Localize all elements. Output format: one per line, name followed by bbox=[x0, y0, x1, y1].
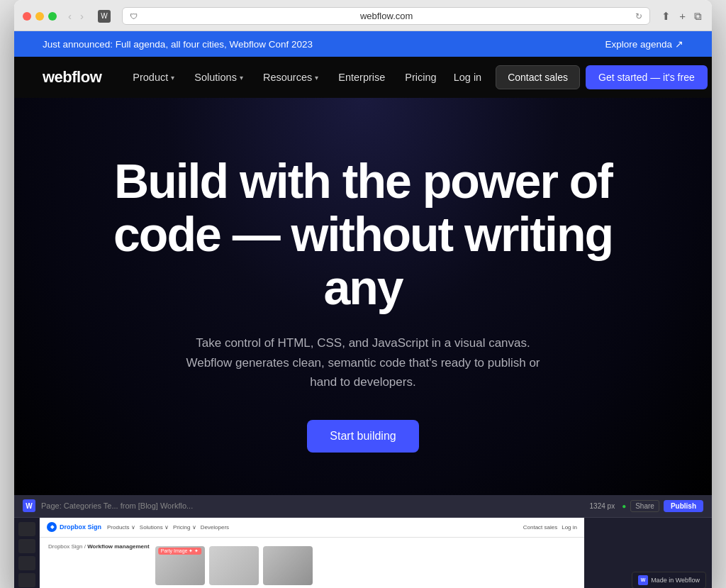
nav-item-solutions[interactable]: Solutions ▾ bbox=[186, 66, 252, 89]
arrow-icon: ↗ bbox=[675, 38, 683, 50]
back-button[interactable]: ‹ bbox=[65, 9, 74, 23]
chevron-down-icon: ▾ bbox=[240, 74, 243, 82]
nested-breadcrumb: Dropbox Sign / Workflow management bbox=[48, 543, 150, 550]
new-tab-icon[interactable]: + bbox=[678, 9, 687, 24]
traffic-lights bbox=[23, 12, 57, 21]
nav-item-pricing[interactable]: Pricing bbox=[396, 66, 445, 89]
explore-agenda-link[interactable]: Explore agenda ↗ bbox=[605, 38, 683, 50]
tool-icon-3[interactable] bbox=[18, 556, 35, 570]
browser-chrome: ‹ › W 🛡 webflow.com ↻ ⬆ + ⧉ bbox=[14, 0, 712, 31]
nav-item-product[interactable]: Product ▾ bbox=[124, 66, 183, 89]
editor-body: ◆ Dropbox Sign Products ∨ Solutions ∨ Pr… bbox=[14, 518, 712, 588]
nav-right: Log in Contact sales Get started — it's … bbox=[445, 65, 708, 89]
nested-nav-products: Products ∨ bbox=[107, 524, 135, 531]
browser-actions: ⬆ + ⧉ bbox=[660, 9, 703, 24]
status-dot: ● bbox=[622, 502, 626, 510]
webflow-w-icon: W bbox=[23, 499, 35, 512]
tool-icon-4[interactable] bbox=[18, 573, 35, 587]
explore-agenda-label: Explore agenda bbox=[605, 39, 672, 50]
publish-button[interactable]: Publish bbox=[664, 500, 703, 512]
nav-items: Product ▾ Solutions ▾ Resources ▾ Enterp… bbox=[124, 66, 445, 89]
nav-item-product-label: Product bbox=[133, 72, 168, 83]
start-building-button[interactable]: Start building bbox=[307, 420, 418, 453]
canvas-image-1: Party Image ✦ ✦ bbox=[155, 546, 205, 585]
made-in-webflow-badge: W Made in Webflow bbox=[632, 572, 706, 588]
nav-logo[interactable]: webflow bbox=[43, 68, 101, 87]
hero-title: Build with the power of code — without w… bbox=[86, 155, 640, 314]
nested-nav: ◆ Dropbox Sign Products ∨ Solutions ∨ Pr… bbox=[40, 518, 584, 538]
tab-icon: W bbox=[98, 10, 111, 23]
webflow-editor: W Page: Categories Te... from [Blog] Wor… bbox=[14, 495, 712, 588]
nav-item-solutions-label: Solutions bbox=[194, 72, 237, 83]
nested-nav-right: Contact sales Log in bbox=[523, 524, 577, 531]
breadcrumb-text: Dropbox Sign / bbox=[48, 543, 86, 550]
refresh-icon[interactable]: ↻ bbox=[635, 11, 642, 21]
nav-item-enterprise-label: Enterprise bbox=[338, 72, 385, 83]
editor-page-info: Page: Categories Te... from [Blog] Workf… bbox=[41, 501, 584, 510]
nested-content: Dropbox Sign / Workflow management Party… bbox=[40, 538, 584, 588]
hero-section: Build with the power of code — without w… bbox=[14, 98, 712, 495]
login-link[interactable]: Log in bbox=[445, 66, 491, 89]
tab-bar: W bbox=[98, 10, 111, 23]
nested-contact-sales: Contact sales bbox=[523, 524, 557, 531]
nav-item-pricing-label: Pricing bbox=[405, 72, 436, 83]
editor-toolbar-right: 1324 px ● Share Publish bbox=[590, 500, 703, 512]
site-content: Just announced: Full agenda, all four ci… bbox=[14, 31, 712, 588]
nested-login: Log in bbox=[562, 524, 577, 531]
address-bar[interactable]: 🛡 webflow.com ↻ bbox=[122, 7, 650, 25]
canvas-image-2 bbox=[209, 546, 259, 585]
tabs-icon[interactable]: ⧉ bbox=[693, 9, 703, 24]
security-icon: 🛡 bbox=[130, 12, 138, 21]
tool-icon-2[interactable] bbox=[18, 539, 35, 553]
nav-item-resources-label: Resources bbox=[263, 72, 312, 83]
made-in-webflow-text: Made in Webflow bbox=[651, 577, 700, 584]
minimize-button[interactable] bbox=[35, 12, 44, 21]
url-display: webflow.com bbox=[142, 11, 631, 21]
announcement-bar: Just announced: Full agenda, all four ci… bbox=[14, 31, 712, 57]
browser-window: ‹ › W 🛡 webflow.com ↻ ⬆ + ⧉ Just announc… bbox=[14, 0, 712, 588]
main-nav: webflow Product ▾ Solutions ▾ Resources … bbox=[14, 57, 712, 98]
nested-nav-solutions: Solutions ∨ bbox=[140, 524, 169, 531]
nav-item-resources[interactable]: Resources ▾ bbox=[255, 66, 327, 89]
get-started-button[interactable]: Get started — it's free bbox=[586, 65, 708, 89]
nav-item-enterprise[interactable]: Enterprise bbox=[330, 66, 393, 89]
canvas-images: Party Image ✦ ✦ bbox=[155, 546, 313, 588]
forward-button[interactable]: › bbox=[77, 9, 86, 23]
editor-left-sidebar bbox=[14, 518, 40, 588]
resolution-display: 1324 px bbox=[590, 502, 615, 510]
nested-nav-pricing: Pricing ∨ bbox=[173, 524, 196, 531]
breadcrumb-bold: Workflow management bbox=[87, 543, 149, 550]
canvas-image-3 bbox=[263, 546, 313, 585]
nested-nav-items: Products ∨ Solutions ∨ Pricing ∨ Develop… bbox=[107, 524, 518, 531]
announcement-text: Just announced: Full agenda, all four ci… bbox=[43, 39, 313, 50]
share-icon[interactable]: ⬆ bbox=[660, 9, 672, 24]
dropbox-sign-icon: ◆ bbox=[47, 522, 57, 532]
tool-icon-1[interactable] bbox=[18, 522, 35, 536]
nested-nav-developers: Developers bbox=[201, 524, 229, 531]
chevron-down-icon: ▾ bbox=[315, 74, 318, 82]
share-toolbar-button[interactable]: Share bbox=[630, 500, 659, 512]
nested-logo-text: Dropbox Sign bbox=[60, 523, 101, 531]
nested-site-preview: ◆ Dropbox Sign Products ∨ Solutions ∨ Pr… bbox=[40, 518, 584, 588]
webflow-badge-icon: W bbox=[638, 575, 648, 585]
editor-toolbar: W Page: Categories Te... from [Blog] Wor… bbox=[14, 495, 712, 518]
close-button[interactable] bbox=[23, 12, 31, 21]
maximize-button[interactable] bbox=[48, 12, 57, 21]
browser-nav-buttons: ‹ › bbox=[65, 9, 86, 23]
party-image-badge: Party Image ✦ ✦ bbox=[158, 548, 202, 555]
contact-sales-button[interactable]: Contact sales bbox=[496, 65, 580, 89]
chevron-down-icon: ▾ bbox=[171, 74, 174, 82]
nested-logo: ◆ Dropbox Sign bbox=[47, 522, 101, 532]
editor-preview-strip: W Page: Categories Te... from [Blog] Wor… bbox=[14, 495, 712, 588]
hero-subtitle: Take control of HTML, CSS, and JavaScrip… bbox=[172, 333, 554, 392]
